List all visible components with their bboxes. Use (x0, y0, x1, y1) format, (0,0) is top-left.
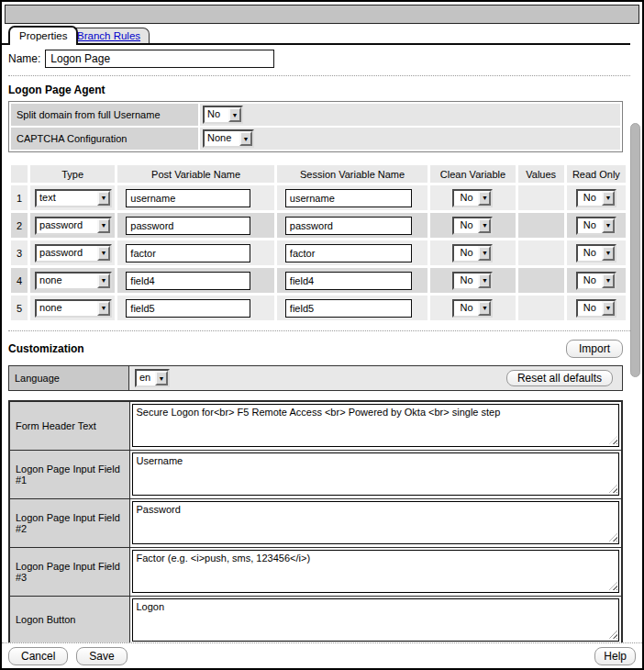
session-variable-input[interactable] (285, 272, 412, 290)
dropdown-arrow-icon: ▼ (478, 191, 491, 206)
type-select[interactable]: password▼ (35, 217, 112, 235)
header-read-only: Read Only (567, 165, 626, 183)
read-only-select[interactable]: No▼ (576, 299, 616, 318)
post-variable-input[interactable] (126, 189, 250, 207)
captcha-select[interactable]: None ▼ (203, 129, 254, 148)
properties-panel: Name: Logon Page Agent Split domain from… (8, 45, 630, 642)
input-field-2-row: Logon Page Input Field #2 Password (9, 498, 622, 547)
fields-header-row: Type Post Variable Name Session Variable… (11, 165, 626, 183)
logon-fields-table: Type Post Variable Name Session Variable… (8, 162, 628, 323)
dropdown-arrow-icon: ▼ (602, 218, 615, 233)
dropdown-arrow-icon: ▼ (97, 274, 110, 288)
read-only-select[interactable]: No▼ (576, 217, 616, 235)
dropdown-arrow-icon: ▼ (97, 218, 110, 233)
post-variable-input[interactable] (126, 244, 250, 262)
session-variable-input[interactable] (285, 299, 412, 318)
select-value: No (578, 301, 602, 316)
input-field-1-row: Logon Page Input Field #1 Username (9, 450, 622, 498)
clean-variable-select[interactable]: No▼ (452, 244, 493, 262)
select-value: No (578, 246, 602, 261)
type-select[interactable]: password▼ (35, 244, 112, 262)
save-button[interactable]: Save (76, 647, 127, 665)
clean-variable-cell: No▼ (430, 268, 515, 293)
session-variable-input[interactable] (285, 189, 412, 207)
input-field-2-cell: Password (129, 498, 622, 547)
dropdown-arrow-icon: ▼ (97, 191, 110, 206)
select-value: none (37, 274, 97, 288)
session-variable-cell (277, 240, 428, 265)
header-clean-variable: Clean Variable (430, 165, 515, 183)
cancel-button[interactable]: Cancel (8, 647, 68, 665)
help-button[interactable]: Help (594, 647, 636, 665)
values-cell (518, 240, 564, 265)
post-variable-cell (117, 185, 274, 210)
tab-bar: Properties Branch Rules (2, 25, 630, 45)
clean-variable-select[interactable]: No▼ (452, 217, 493, 235)
language-table: Language en ▼ Reset all defaults (8, 365, 623, 391)
field-row-3: 3 password▼ No▼ No▼ (11, 240, 626, 265)
session-variable-input[interactable] (285, 244, 412, 262)
dropdown-arrow-icon: ▼ (478, 274, 491, 288)
reset-all-defaults-button[interactable]: Reset all defaults (506, 370, 613, 386)
dropdown-arrow-icon: ▼ (478, 246, 491, 261)
session-variable-input[interactable] (285, 217, 412, 235)
dropdown-arrow-icon: ▼ (478, 301, 491, 316)
logon-page-agent-heading: Logon Page Agent (8, 84, 630, 96)
select-value: No (454, 274, 478, 288)
input-field-1-label: Logon Page Input Field #1 (9, 450, 129, 498)
captcha-row: CAPTCHA Configuration None ▼ (11, 128, 620, 150)
select-value: No (454, 301, 478, 316)
clean-variable-select[interactable]: No▼ (452, 272, 493, 290)
captcha-label: CAPTCHA Configuration (11, 128, 198, 150)
tab-branch-rules-label: Branch Rules (77, 30, 140, 41)
header-number (11, 165, 28, 183)
values-cell (518, 296, 564, 320)
header-type: Type (30, 165, 115, 183)
input-field-3-textarea[interactable]: Factor (e.g. <i>push, sms, 123456</i>) (132, 550, 620, 593)
type-cell: text▼ (30, 185, 115, 210)
dropdown-arrow-icon: ▼ (239, 131, 252, 146)
post-variable-input[interactable] (126, 217, 250, 235)
select-value: No (454, 246, 478, 261)
name-input[interactable] (45, 50, 274, 68)
input-field-2-label: Logon Page Input Field #2 (9, 498, 129, 547)
values-cell (518, 185, 564, 210)
select-value: No (454, 218, 478, 233)
clean-variable-select[interactable]: No▼ (452, 299, 493, 318)
split-domain-value-cell: No ▼ (200, 104, 620, 126)
select-value: No (578, 218, 602, 233)
clean-variable-cell: No▼ (430, 240, 515, 265)
type-cell: none▼ (30, 268, 115, 293)
input-field-2-textarea[interactable]: Password (132, 501, 620, 544)
type-select[interactable]: none▼ (35, 299, 112, 318)
post-variable-input[interactable] (126, 299, 250, 318)
window-titlebar (5, 5, 639, 24)
language-select[interactable]: en ▼ (135, 369, 170, 387)
logon-button-textarea[interactable]: Logon (132, 598, 620, 642)
tab-properties[interactable]: Properties (8, 26, 78, 45)
form-header-text-textarea[interactable]: Secure Logon for<br> F5 Remote Access <b… (132, 404, 620, 447)
language-value-cell: en ▼ Reset all defaults (129, 366, 623, 391)
clean-variable-select[interactable]: No▼ (452, 189, 493, 207)
field-row-4: 4 none▼ No▼ No▼ (11, 268, 626, 293)
read-only-cell: No▼ (567, 213, 626, 238)
read-only-select[interactable]: No▼ (576, 272, 616, 290)
read-only-select[interactable]: No▼ (576, 244, 616, 262)
values-cell (518, 213, 564, 238)
dropdown-arrow-icon: ▼ (602, 246, 615, 261)
language-label: Language (9, 366, 129, 391)
type-select[interactable]: none▼ (35, 272, 112, 290)
input-field-1-textarea[interactable]: Username (132, 452, 620, 496)
split-domain-select[interactable]: No ▼ (203, 106, 243, 124)
tab-branch-rules[interactable]: Branch Rules (68, 28, 150, 43)
import-button[interactable]: Import (566, 340, 623, 358)
select-value: No (205, 107, 228, 122)
read-only-select[interactable]: No▼ (576, 189, 616, 207)
clean-variable-cell: No▼ (430, 296, 515, 320)
logon-button-row: Logon Button Logon (9, 596, 622, 642)
vertical-scrollbar-thumb[interactable] (630, 123, 640, 377)
session-variable-cell (277, 296, 428, 320)
input-field-1-cell: Username (129, 450, 622, 498)
post-variable-input[interactable] (126, 272, 250, 290)
type-select[interactable]: text▼ (35, 189, 112, 207)
